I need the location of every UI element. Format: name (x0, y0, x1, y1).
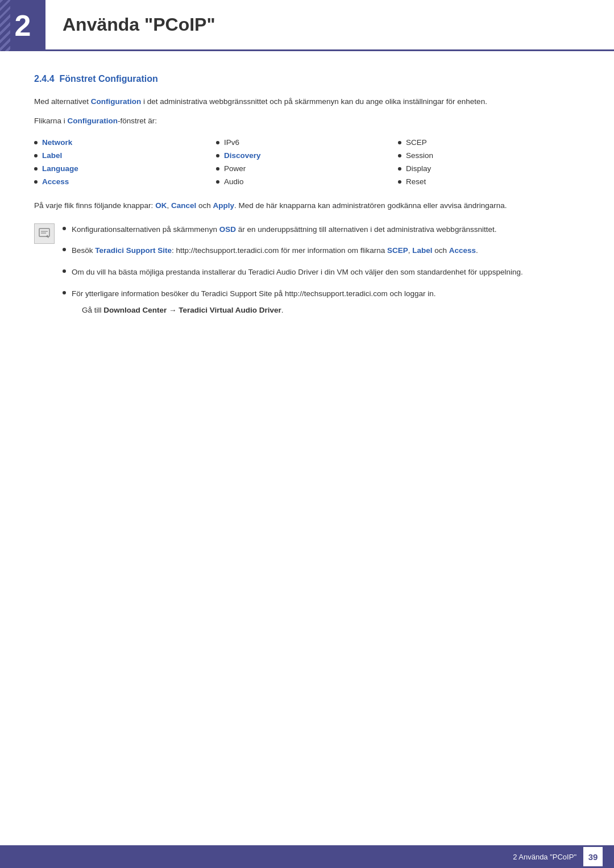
list-item: SCEP (398, 138, 580, 147)
list-item: Label (34, 151, 216, 160)
bullet-icon (63, 291, 66, 294)
note-item-1: Konfigurationsalternativen på skärmmenyn… (63, 223, 523, 236)
bullet-icon (34, 167, 38, 171)
bullet-icon (216, 167, 219, 171)
para1: Med alternativet Configuration i det adm… (34, 95, 580, 108)
note-sub: Gå till Download Center → Teradici Virtu… (72, 304, 436, 317)
highlight-access: Access (449, 246, 476, 255)
chapter-title-area: Använda "PCoIP" (45, 0, 614, 51)
list-item: Discovery (216, 151, 398, 160)
list-item: Display (398, 164, 580, 173)
bullet-icon (398, 167, 401, 171)
note-item-2: Besök Teradici Support Site: http://tech… (63, 244, 523, 257)
main-content: 2.4.4 Fönstret Configuration Med alterna… (0, 74, 614, 362)
list-item: Language (34, 164, 216, 173)
chapter-header: 2 Använda "PCoIP" (0, 0, 614, 51)
highlight-label: Label (412, 246, 432, 255)
footer-page-number: 39 (583, 847, 603, 866)
pencil-svg (38, 227, 51, 240)
list-item: Audio (216, 177, 398, 186)
bullet-icon (216, 141, 219, 144)
highlight-osd: OSD (219, 225, 236, 234)
bullet-icon (63, 227, 66, 230)
bullet-icon (34, 154, 38, 157)
list-item: Power (216, 164, 398, 173)
list-item: Network (34, 138, 216, 147)
bullet-icon (34, 141, 38, 144)
bullet-icon (63, 248, 66, 251)
highlight-apply: Apply (213, 201, 234, 210)
list-item: IPv6 (216, 138, 398, 147)
chapter-title: Använda "PCoIP" (63, 14, 215, 35)
note-item-4: För ytterligare information besöker du T… (63, 288, 523, 317)
para2: Flikarna i Configuration-fönstret är: (34, 115, 580, 127)
highlight-ok: OK (155, 201, 167, 210)
note-section: Konfigurationsalternativen på skärmmenyn… (34, 223, 580, 317)
footer-text: 2 Använda "PCoIP" (513, 853, 576, 861)
highlight-configuration-2: Configuration (68, 117, 118, 125)
list-item: Reset (398, 177, 580, 186)
section-heading: 2.4.4 Fönstret Configuration (34, 74, 580, 86)
tabs-list: Network IPv6 SCEP Label Discovery Sessio… (34, 138, 580, 186)
note-item-3: Om du vill ha bästa möjliga prestanda in… (63, 266, 523, 279)
svg-rect-0 (39, 229, 49, 236)
highlight-teradici-support: Teradici Support Site (95, 246, 172, 255)
highlight-configuration-1: Configuration (91, 97, 141, 106)
list-item: Session (398, 151, 580, 160)
list-item: Access (34, 177, 216, 186)
para3: På varje flik finns följande knappar: OK… (34, 200, 580, 212)
highlight-scep: SCEP (387, 246, 408, 255)
highlight-cancel: Cancel (171, 201, 196, 210)
notes-list: Konfigurationsalternativen på skärmmenyn… (63, 223, 523, 317)
bullet-icon (63, 269, 66, 273)
bullet-icon (216, 180, 219, 184)
bullet-icon (216, 154, 219, 157)
chapter-number: 2 (0, 0, 45, 51)
bullet-icon (398, 141, 401, 144)
note-icon (34, 223, 55, 244)
page-footer: 2 Använda "PCoIP" 39 (0, 845, 614, 868)
bullet-icon (398, 154, 401, 157)
bullet-icon (398, 180, 401, 184)
bullet-icon (34, 180, 38, 184)
